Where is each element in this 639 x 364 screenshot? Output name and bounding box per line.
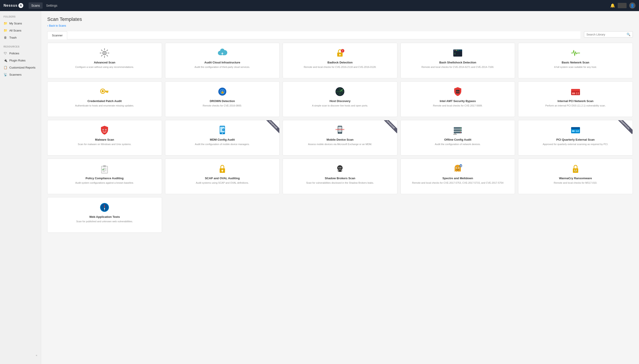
svg-rect-35 xyxy=(576,94,577,94)
svg-rect-32 xyxy=(572,92,575,94)
template-icon xyxy=(99,125,110,136)
template-card[interactable]: Malware Scan Scan for malware on Windows… xyxy=(47,120,162,156)
template-name: Audit Cloud Infrastructure xyxy=(204,61,240,64)
template-description: Remote and local checks for CVE-2014-627… xyxy=(422,66,494,69)
nav-settings[interactable]: Settings xyxy=(44,2,60,9)
template-icon xyxy=(570,86,581,97)
template-card[interactable]: UPGRADE MDM Config Audit Audit the confi… xyxy=(165,120,280,156)
sidebar-item-customized-reports[interactable]: 📋 Customized Reports xyxy=(0,64,41,71)
template-card[interactable]: Policy Compliance Auditing Audit system … xyxy=(47,158,162,194)
sidebar-item-label: All Scans xyxy=(9,29,21,32)
svg-rect-17 xyxy=(107,92,108,93)
template-card[interactable]: Credentialed Patch Audit Authenticate to… xyxy=(47,82,162,117)
template-name: Bash Shellshock Detection xyxy=(439,61,476,64)
template-description: Configure a scan without using any recom… xyxy=(75,66,134,69)
search-icon: 🔍 xyxy=(626,32,630,36)
sidebar-item-scanners[interactable]: 📡 Scanners xyxy=(0,71,41,78)
sidebar-item-all-scans[interactable]: 📁 All Scans xyxy=(0,27,41,34)
nav-scans[interactable]: Scans xyxy=(28,2,42,9)
sidebar-item-label: Trash xyxy=(9,36,17,39)
template-icon xyxy=(570,48,581,58)
template-description: Remote and local checks for CVE-2017-568… xyxy=(433,104,482,107)
tab-bar: Scanner xyxy=(47,31,580,39)
svg-point-13 xyxy=(458,50,458,51)
template-card[interactable]: Shadow Brokers Scan Scan for vulnerabili… xyxy=(283,158,398,194)
template-icon xyxy=(217,48,228,58)
template-card[interactable]: 🔒 DROWN Detection Remote checks for CVE-… xyxy=(165,82,280,117)
top-navigation: Nessus N Scans Settings 🔔 👤 xyxy=(0,0,639,11)
folders-label: FOLDERS xyxy=(0,16,41,20)
report-icon: 📋 xyxy=(4,66,7,69)
page-title: Scan Templates xyxy=(47,16,633,22)
template-name: Internal PCI Network Scan xyxy=(558,99,594,103)
template-card[interactable]: UPGRADE Mobile Device Scan Assess mobile… xyxy=(283,120,398,156)
sidebar-item-my-scans[interactable]: 📁 My Scans xyxy=(0,20,41,27)
template-name: Basic Network Scan xyxy=(562,61,589,64)
sidebar-item-trash[interactable]: 🗑 Trash xyxy=(0,34,41,41)
template-card[interactable]: Web Application Tests Scan for published… xyxy=(47,197,162,233)
main-content: Scan Templates ‹ Back to Scans Scanner 🔍 xyxy=(41,11,639,364)
logo[interactable]: Nessus N xyxy=(4,3,23,8)
template-description: Remote checks for CVE-2016-0800. xyxy=(203,104,242,107)
search-input[interactable] xyxy=(586,33,626,36)
template-card[interactable]: Host Discovery A simple scan to discover… xyxy=(283,82,398,117)
sidebar-collapse-button[interactable]: « xyxy=(0,351,41,360)
template-description: Approved for quarterly external scanning… xyxy=(543,143,608,146)
template-icon: 🔒 xyxy=(217,86,228,97)
template-card[interactable]: UNOFFICIAL PCI Quarterly External Scan A… xyxy=(518,120,633,156)
template-description: Scan for vulnerabilities disclosed in th… xyxy=(306,181,374,184)
avatar[interactable]: 👤 xyxy=(629,2,636,9)
svg-point-47 xyxy=(340,132,340,133)
template-card[interactable]: SCAP and OVAL Auditing Audit systems usi… xyxy=(165,158,280,194)
template-card[interactable]: Basic Network Scan A full system scan su… xyxy=(518,43,633,78)
nav-links: Scans Settings xyxy=(28,2,610,9)
user-icon: 👤 xyxy=(630,4,634,8)
scanner-icon: 📡 xyxy=(4,73,7,76)
template-icon xyxy=(217,163,228,174)
svg-rect-62 xyxy=(577,130,579,131)
template-name: WannaCry Ransomware xyxy=(559,176,592,180)
svg-point-53 xyxy=(460,128,461,128)
template-icon xyxy=(334,163,345,174)
svg-point-11 xyxy=(454,50,455,51)
sidebar-item-policies[interactable]: 🛡 Policies xyxy=(0,50,41,57)
sidebar-item-plugin-rules[interactable]: 🔌 Plugin Rules xyxy=(0,57,41,64)
template-card[interactable]: Audit Cloud Infrastructure Audit the con… xyxy=(165,43,280,78)
svg-rect-36 xyxy=(578,94,579,94)
svg-point-54 xyxy=(460,130,461,131)
ribbon-badge: UPGRADE xyxy=(382,120,398,133)
template-icon: Intel xyxy=(452,86,463,97)
svg-point-70 xyxy=(222,170,223,172)
template-description: Remote and local checks for CVE-2017-575… xyxy=(412,181,504,184)
template-description: Scan for published and unknown web vulne… xyxy=(76,220,133,223)
template-name: MDM Config Audit xyxy=(210,138,235,141)
template-card[interactable]: Advanced Scan Configure a scan without u… xyxy=(47,43,162,78)
svg-rect-81 xyxy=(573,168,578,173)
template-card[interactable]: 👻 Spectre and Meltdown Remote and local … xyxy=(400,158,515,194)
svg-point-4 xyxy=(339,54,340,55)
svg-rect-31 xyxy=(571,89,580,91)
tab-scanner[interactable]: Scanner xyxy=(47,31,67,39)
bell-icon[interactable]: 🔔 xyxy=(610,3,615,8)
svg-point-15 xyxy=(102,90,104,92)
svg-rect-60 xyxy=(572,130,575,132)
back-to-scans-link[interactable]: ‹ Back to Scans xyxy=(47,24,66,27)
template-description: Remote and local checks for MS17-010. xyxy=(554,181,597,184)
template-card[interactable]: WannaCry Ransomware Remote and local che… xyxy=(518,158,633,194)
template-icon xyxy=(452,125,463,136)
template-name: Credentialed Patch Audit xyxy=(88,99,122,103)
template-icon xyxy=(99,202,110,213)
ribbon-badge: UPGRADE xyxy=(265,120,280,133)
back-label: Back to Scans xyxy=(49,24,66,27)
template-card[interactable]: $ _ Bash Shellshock Detection Remote and… xyxy=(400,43,515,78)
template-name: Mobile Device Scan xyxy=(326,138,354,141)
template-card[interactable]: Intel Intel AMT Security Bypass Remote a… xyxy=(400,82,515,117)
template-icon xyxy=(570,125,581,136)
template-name: Advanced Scan xyxy=(94,61,116,64)
template-icon xyxy=(99,48,110,58)
sidebar-item-label: My Scans xyxy=(9,22,22,25)
template-card[interactable]: ! Badlock Detection Remote and local che… xyxy=(283,43,398,78)
template-card[interactable]: Offline Config Audit Audit the configura… xyxy=(400,120,515,156)
template-card[interactable]: Internal PCI Network Scan Perform an int… xyxy=(518,82,633,117)
main-layout: FOLDERS 📁 My Scans 📁 All Scans 🗑 Trash R… xyxy=(0,11,639,364)
